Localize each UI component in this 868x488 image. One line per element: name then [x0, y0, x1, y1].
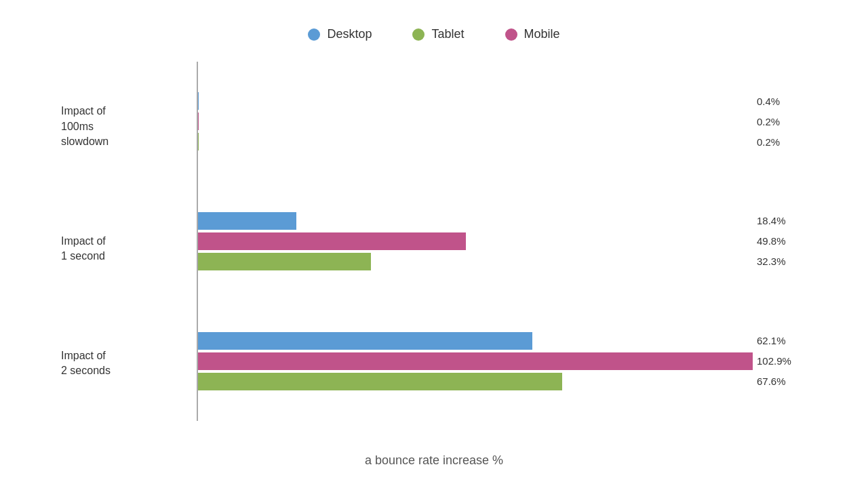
bar-group-2 — [197, 331, 753, 391]
legend-item-mobile: Mobile — [505, 27, 560, 41]
bar-group-0 — [197, 92, 753, 151]
bar-row-1-1 — [197, 232, 753, 251]
bar-desktop-group-1 — [197, 212, 296, 230]
y-label-group-2: Impact of2 seconds — [61, 348, 197, 379]
value-label-0-1: 0.2% — [753, 112, 807, 131]
legend-dot-desktop — [308, 28, 320, 41]
value-group-2: 62.1%102.9%67.6% — [753, 331, 807, 391]
bars-section — [197, 62, 753, 448]
value-group-1: 18.4%49.8%32.3% — [753, 211, 807, 271]
x-axis-label: a bounce rate increase % — [365, 453, 503, 468]
bar-group-1 — [197, 211, 753, 271]
bar-desktop-group-2 — [197, 332, 532, 350]
value-label-1-0: 18.4% — [753, 211, 807, 230]
legend-label-mobile: Mobile — [524, 27, 560, 41]
bar-row-0-1 — [197, 112, 753, 131]
chart-legend: DesktopTabletMobile — [308, 27, 559, 41]
bar-row-1-2 — [197, 252, 753, 271]
y-label-group-1: Impact of1 second — [61, 234, 197, 264]
bar-mobile-group-1 — [197, 232, 466, 250]
bar-row-2-0 — [197, 331, 753, 350]
legend-item-desktop: Desktop — [308, 27, 372, 41]
baseline — [197, 62, 198, 421]
legend-dot-tablet — [412, 28, 425, 41]
legend-label-desktop: Desktop — [327, 27, 372, 41]
bar-row-0-0 — [197, 92, 753, 110]
bar-mobile-group-2 — [197, 352, 753, 370]
legend-label-tablet: Tablet — [431, 27, 464, 41]
value-label-0-0: 0.4% — [753, 92, 807, 110]
chart-area: Impact of100msslowdownImpact of1 secondI… — [61, 62, 807, 448]
bar-tablet-group-1 — [197, 253, 371, 270]
value-group-0: 0.4%0.2%0.2% — [753, 92, 807, 151]
value-label-1-2: 32.3% — [753, 252, 807, 271]
legend-item-tablet: Tablet — [412, 27, 464, 41]
value-label-0-2: 0.2% — [753, 132, 807, 151]
bar-row-2-2 — [197, 372, 753, 391]
bar-row-0-2 — [197, 132, 753, 151]
value-label-2-2: 67.6% — [753, 372, 807, 391]
y-label-group-0: Impact of100msslowdown — [61, 104, 197, 149]
value-label-2-0: 62.1% — [753, 331, 807, 350]
value-label-1-1: 49.8% — [753, 232, 807, 251]
bar-row-2-1 — [197, 352, 753, 371]
legend-dot-mobile — [505, 28, 517, 41]
bar-row-1-0 — [197, 211, 753, 230]
value-labels: 0.4%0.2%0.2%18.4%49.8%32.3%62.1%102.9%67… — [753, 62, 807, 448]
bar-tablet-group-2 — [197, 373, 562, 390]
value-label-2-1: 102.9% — [753, 352, 807, 371]
chart-container: DesktopTabletMobile Impact of100msslowdo… — [61, 20, 807, 468]
y-axis-labels: Impact of100msslowdownImpact of1 secondI… — [61, 62, 197, 448]
